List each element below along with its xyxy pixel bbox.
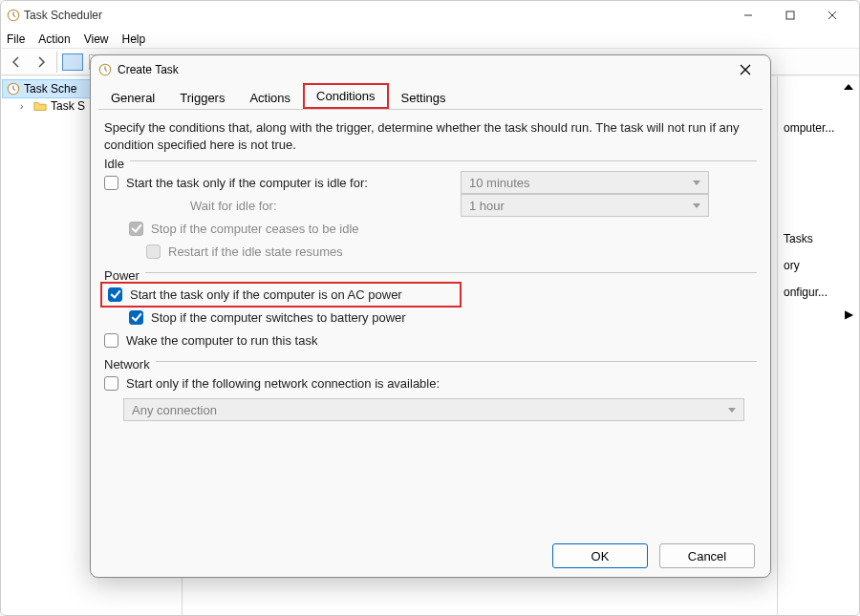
actions-item[interactable]: ory [784, 256, 859, 275]
stop-cease-idle-label: Stop if the computer ceases to be idle [151, 222, 359, 236]
chevron-down-icon [693, 181, 700, 185]
svg-rect-1 [786, 11, 794, 19]
dialog-footer: OK Cancel [91, 535, 770, 577]
task-scheduler-icon [7, 9, 20, 22]
main-titlebar: Task Scheduler [1, 1, 859, 30]
tab-conditions[interactable]: Conditions [303, 83, 388, 109]
toolbar-pane-button[interactable] [61, 51, 84, 74]
menu-help[interactable]: Help [122, 32, 146, 46]
menu-file[interactable]: File [7, 32, 25, 46]
minimize-button[interactable] [727, 1, 769, 30]
start-only-idle-checkbox[interactable] [104, 176, 118, 190]
folder-icon [33, 99, 47, 113]
tree-child-label: Task S [51, 99, 85, 113]
tab-bar: General Triggers Actions Conditions Sett… [91, 84, 770, 109]
task-scheduler-icon [98, 63, 112, 76]
restart-idle-label: Restart if the idle state resumes [168, 244, 343, 259]
maximize-button[interactable] [769, 1, 811, 30]
idle-group-label: Idle [104, 157, 124, 171]
actions-item[interactable]: omputer... [784, 118, 859, 138]
menubar: File Action View Help [1, 30, 859, 49]
task-scheduler-icon [7, 82, 20, 96]
tab-actions[interactable]: Actions [237, 86, 303, 109]
tab-settings[interactable]: Settings [389, 86, 459, 109]
cancel-button[interactable]: Cancel [659, 543, 755, 568]
wake-label: Wake the computer to run this task [126, 333, 317, 348]
chevron-down-icon [693, 203, 700, 208]
collapse-icon[interactable] [844, 84, 853, 90]
dialog-title: Create Task [118, 63, 179, 76]
idle-wait-dropdown[interactable]: 1 hour [461, 194, 709, 217]
arrow-right-icon[interactable]: ▶ [845, 308, 853, 321]
idle-duration-dropdown[interactable]: 10 minutes [461, 171, 709, 194]
dialog-close-button[interactable] [728, 56, 763, 83]
stop-battery-label: Stop if the computer switches to battery… [151, 310, 406, 325]
network-label: Start only if the following network conn… [126, 376, 440, 391]
network-connection-dropdown[interactable]: Any connection [123, 398, 744, 421]
tab-body: Specify the conditions that, along with … [91, 110, 770, 535]
stop-battery-checkbox[interactable] [129, 310, 143, 325]
menu-action[interactable]: Action [38, 32, 70, 46]
back-button[interactable] [5, 51, 28, 74]
ac-power-label: Start the task only if the computer is o… [130, 287, 402, 302]
power-group-label: Power [104, 268, 140, 283]
chevron-down-icon [728, 408, 736, 413]
actions-item[interactable]: onfigur... [784, 283, 859, 302]
chevron-right-icon[interactable]: › [20, 101, 30, 112]
ac-power-checkbox[interactable] [108, 287, 122, 302]
tree-root-label: Task Sche [24, 82, 76, 96]
wake-checkbox[interactable] [104, 333, 118, 348]
dialog-titlebar: Create Task [91, 55, 770, 84]
window-title: Task Scheduler [24, 9, 102, 22]
stop-cease-idle-checkbox [129, 222, 143, 236]
actions-pane: omputer... Tasks ory onfigur... ▶ [777, 76, 859, 615]
network-group-label: Network [104, 357, 150, 372]
menu-view[interactable]: View [84, 32, 109, 46]
restart-idle-checkbox [146, 244, 161, 259]
wait-for-idle-label: Wait for idle for: [190, 199, 461, 213]
forward-button[interactable] [30, 51, 53, 74]
tab-general[interactable]: General [98, 86, 167, 109]
conditions-description: Specify the conditions that, along with … [104, 119, 757, 153]
create-task-dialog: Create Task General Triggers Actions Con… [90, 54, 771, 578]
ok-button[interactable]: OK [552, 543, 648, 568]
network-checkbox[interactable] [104, 376, 118, 391]
close-button[interactable] [811, 1, 853, 30]
tab-triggers[interactable]: Triggers [167, 86, 237, 109]
start-only-idle-label: Start the task only if the computer is i… [126, 176, 461, 190]
actions-item[interactable]: Tasks [784, 229, 859, 248]
